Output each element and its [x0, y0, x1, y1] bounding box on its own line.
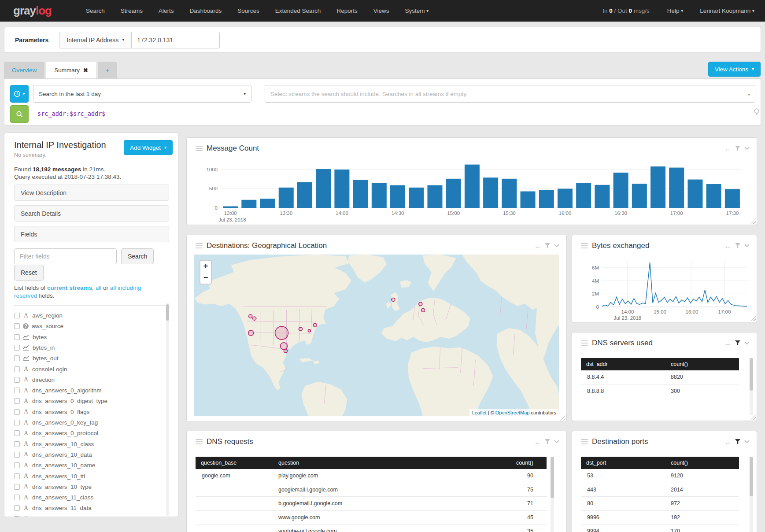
panel-search-details[interactable]: Search Details	[14, 205, 169, 222]
time-range-button[interactable]: ▾	[10, 85, 29, 103]
filter-icon-active[interactable]	[735, 439, 740, 444]
search-submit-button[interactable]	[10, 105, 29, 123]
field-checkbox[interactable]	[14, 505, 20, 511]
filter-icon[interactable]	[735, 146, 740, 151]
field-checkbox[interactable]	[14, 473, 20, 479]
nav-item-views[interactable]: Views	[366, 0, 397, 21]
link-current-streams[interactable]: current streams	[47, 284, 92, 291]
field-checkbox[interactable]	[14, 441, 20, 447]
lightbulb-icon[interactable]	[753, 108, 760, 117]
move-widget-icon[interactable]: ↔	[534, 242, 541, 250]
table-row[interactable]: 8.8.8.8300	[581, 384, 739, 399]
field-checkbox[interactable]	[14, 452, 20, 458]
scrollbar-thumb[interactable]	[551, 457, 554, 498]
drag-handle-icon[interactable]	[196, 144, 203, 152]
move-widget-icon[interactable]: ↔	[724, 242, 731, 250]
link-all-fields[interactable]: all	[96, 284, 102, 291]
fields-scrollbar[interactable]	[166, 303, 169, 516]
drag-handle-icon[interactable]	[581, 339, 588, 347]
scrollbar-thumb[interactable]	[166, 304, 169, 321]
drag-handle-icon[interactable]	[196, 438, 203, 446]
field-checkbox[interactable]	[14, 430, 20, 436]
filter-icon[interactable]	[735, 243, 740, 248]
drag-handle-icon[interactable]	[581, 242, 588, 250]
chevron-down-icon[interactable]	[744, 341, 750, 345]
nav-item-sources[interactable]: Sources	[229, 0, 267, 21]
field-checkbox[interactable]	[14, 313, 20, 318]
field-checkbox[interactable]	[14, 462, 20, 468]
chevron-down-icon[interactable]	[554, 244, 559, 248]
table-row[interactable]: googlemail.l.google.com75	[196, 483, 547, 497]
query-input[interactable]: src_addr:$src_addr$	[37, 110, 105, 117]
table-row[interactable]: 4432014	[581, 483, 739, 497]
parameter-name-dropdown[interactable]: Internal IP Address▾	[59, 32, 132, 48]
table-row[interactable]: www.google.com45	[196, 511, 547, 525]
filter-icon[interactable]	[545, 439, 550, 444]
graylog-logo[interactable]: graylog	[13, 4, 52, 18]
tab-add[interactable]: +	[98, 62, 117, 78]
drag-handle-icon[interactable]	[581, 438, 588, 446]
nav-system[interactable]: System ▾	[397, 0, 436, 21]
osm-link[interactable]: OpenStreetMap	[495, 410, 530, 415]
table-row[interactable]: 8.8.4.48820	[581, 370, 739, 384]
zoom-in-button[interactable]: +	[200, 261, 211, 272]
nav-help[interactable]: Help ▾	[667, 7, 684, 14]
tab-summary[interactable]: Summary✖	[46, 62, 96, 78]
resize-handle[interactable]	[750, 218, 756, 224]
throughput-indicator[interactable]: In 0 / Out 0 msg/s	[602, 7, 650, 14]
nav-item-extended-search[interactable]: Extended Search	[267, 0, 329, 21]
field-checkbox[interactable]	[14, 323, 20, 329]
nav-user-menu[interactable]: Lennart Koopmann ▾	[700, 7, 754, 14]
close-icon[interactable]: ✖	[83, 67, 88, 74]
field-checkbox[interactable]	[14, 377, 20, 383]
chevron-down-icon[interactable]	[554, 440, 559, 443]
time-range-select[interactable]: Search in the last 1 day ▾	[33, 85, 251, 103]
nav-item-search[interactable]: Search	[78, 0, 113, 21]
nav-item-alerts[interactable]: Alerts	[151, 0, 182, 21]
chevron-down-icon[interactable]	[744, 147, 750, 150]
move-widget-icon[interactable]: ↔	[534, 438, 541, 446]
field-checkbox[interactable]	[14, 334, 20, 340]
field-checkbox[interactable]	[14, 398, 20, 404]
nav-item-dashboards[interactable]: Dashboards	[181, 0, 229, 21]
field-checkbox[interactable]	[14, 366, 20, 372]
scrollbar-thumb[interactable]	[750, 457, 753, 496]
field-checkbox[interactable]	[14, 484, 20, 490]
fields-search-button[interactable]: Search	[121, 248, 154, 264]
chevron-down-icon[interactable]	[744, 440, 750, 443]
filter-icon[interactable]	[545, 243, 550, 248]
zoom-out-button[interactable]: −	[200, 272, 211, 284]
tab-overview[interactable]: Overview	[4, 62, 44, 78]
table-scrollbar[interactable]	[750, 358, 753, 415]
field-checkbox[interactable]	[14, 355, 20, 361]
field-checkbox[interactable]	[14, 420, 20, 425]
nav-item-reports[interactable]: Reports	[329, 0, 365, 21]
panel-view-description[interactable]: View Description	[14, 185, 169, 201]
table-scrollbar[interactable]	[750, 457, 753, 532]
table-row[interactable]: youtube-ui.l.google.com35	[196, 525, 547, 532]
field-checkbox[interactable]	[14, 516, 20, 517]
table-row[interactable]: google.complay.google.com90	[196, 469, 547, 483]
field-checkbox[interactable]	[14, 495, 20, 500]
drag-handle-icon[interactable]	[196, 242, 203, 250]
parameter-value-input[interactable]	[132, 32, 220, 48]
panel-fields[interactable]: Fields	[14, 226, 169, 242]
table-row[interactable]: b.googlemail.l.google.com71	[196, 497, 547, 511]
nav-item-streams[interactable]: Streams	[113, 0, 151, 21]
scrollbar-thumb[interactable]	[750, 358, 753, 391]
move-widget-icon[interactable]: ↔	[724, 145, 731, 152]
move-widget-icon[interactable]: ↔	[724, 340, 731, 347]
table-row[interactable]: 80972	[581, 497, 739, 511]
view-actions-button[interactable]: View Actions▾	[708, 62, 761, 77]
resize-handle[interactable]	[560, 415, 565, 421]
field-checkbox[interactable]	[14, 409, 20, 415]
move-widget-icon[interactable]: ↔	[724, 438, 731, 446]
filter-icon-active[interactable]	[735, 340, 740, 346]
fields-reset-button[interactable]: Reset	[14, 265, 44, 281]
leaflet-map[interactable]: + − Leaflet | © OpenStreetMap contributo…	[194, 255, 559, 416]
leaflet-link[interactable]: Leaflet	[472, 410, 487, 415]
filter-fields-input[interactable]	[14, 248, 117, 264]
chevron-down-icon[interactable]	[744, 244, 750, 248]
streams-select-input[interactable]	[265, 85, 755, 103]
field-checkbox[interactable]	[14, 345, 20, 351]
